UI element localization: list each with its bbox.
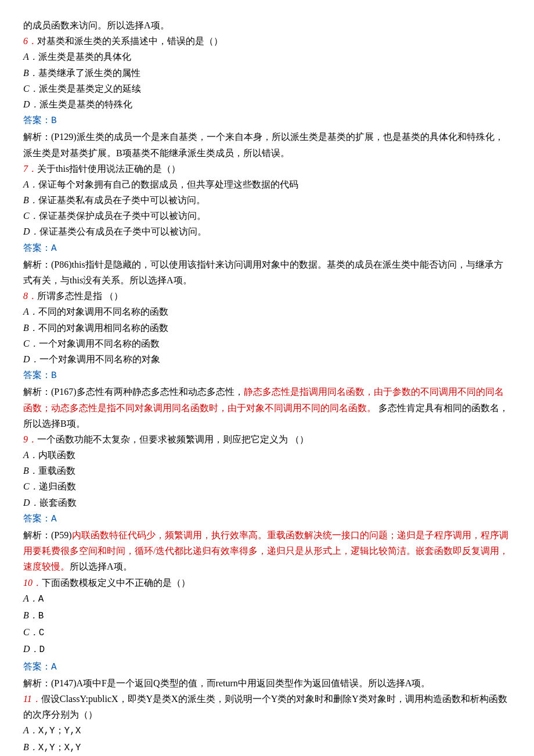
option-letter: B． [23, 323, 38, 333]
q10-option-a: A．A [23, 591, 511, 607]
prev-explanation-tail: 的成员函数来访问。所以选择A项。 [23, 17, 511, 33]
option-text: 内联函数 [38, 450, 75, 460]
option-text: X,Y；X,Y [38, 743, 81, 753]
q8-option-a: A．不同的对象调用不同名称的函数 [23, 304, 511, 319]
q6-option-b: B．基类继承了派生类的属性 [23, 65, 511, 81]
answer-label: 答案： [23, 661, 51, 671]
option-letter: B． [23, 195, 38, 205]
option-letter: D． [23, 354, 39, 364]
option-text: 保证每个对象拥有自己的数据成员，但共享处理这些数据的代码 [38, 179, 298, 189]
q9-stem: 一个函数功能不太复杂，但要求被频繁调用，则应把它定义为 （） [37, 434, 309, 444]
q10-number: 10． [23, 578, 42, 588]
option-text: C [39, 628, 45, 638]
option-text: 派生类是基类定义的延续 [39, 84, 141, 93]
q8-option-b: B．不同的对象调用相同名称的函数 [23, 320, 511, 336]
option-letter: B． [23, 466, 38, 476]
option-letter: A． [23, 307, 38, 316]
answer-label: 答案： [23, 513, 51, 523]
q10-explanation: 解析：(P147)A项中F是一个返回Q类型的值，而return中用返回类型作为返… [23, 675, 511, 691]
option-text: 保证基类私有成员在子类中可以被访问。 [38, 195, 205, 205]
q8-explanation: 解析：(P167)多态性有两种静态多态性和动态多态性，静态多态性是指调用同名函数… [23, 384, 511, 431]
answer-label: 答案： [23, 370, 51, 380]
option-text: D [39, 645, 45, 655]
q6-option-c: C．派生类是基类定义的延续 [23, 81, 511, 96]
q7-option-d: D．保证基类公有成员在子类中可以被访问。 [23, 224, 511, 239]
option-letter: D． [23, 644, 39, 654]
option-letter: C． [23, 481, 39, 491]
option-letter: C． [23, 627, 39, 637]
option-letter: A． [23, 52, 38, 62]
q7-option-a: A．保证每个对象拥有自己的数据成员，但共享处理这些数据的代码 [23, 177, 511, 192]
q10-option-d: D．D [23, 641, 511, 658]
q7-number: 7． [23, 164, 37, 174]
option-text: 不同的对象调用不同名称的函数 [38, 307, 168, 316]
option-text: 一个对象调用不同名称的函数 [39, 339, 160, 348]
option-text: 派生类是基类的特殊化 [39, 99, 132, 109]
q7-option-c: C．保证基类保护成员在子类中可以被访问。 [23, 208, 511, 224]
answer-value: B [51, 370, 57, 381]
q6-option-d: D．派生类是基类的特殊化 [23, 96, 511, 112]
q11-option-a: A．X,Y；Y,X [23, 722, 511, 739]
q6-stem: 对基类和派生类的关系描述中，错误的是（） [37, 36, 223, 46]
option-letter: B． [23, 742, 38, 752]
answer-value: B [51, 116, 57, 126]
q11-option-b: B．X,Y；X,Y [23, 739, 511, 756]
option-text: 不同的对象调用相同名称的函数 [38, 323, 168, 333]
q6-option-a: A．派生类是基类的具体化 [23, 49, 511, 64]
answer-value: A [51, 243, 57, 254]
q9-number: 9． [23, 434, 37, 444]
q8-answer: 答案：B [23, 367, 511, 384]
q9-answer: 答案：A [23, 510, 511, 527]
q7-stem-line: 7．关于this指针使用说法正确的是（） [23, 161, 511, 177]
q6-explanation: 解析：(P129)派生类的成员一个是来自基类，一个来自本身，所以派生类是基类的扩… [23, 129, 511, 160]
q6-stem-line: 6．对基类和派生类的关系描述中，错误的是（） [23, 33, 511, 49]
q8-number: 8． [23, 291, 37, 301]
option-letter: C． [23, 211, 39, 221]
option-text: 重载函数 [38, 466, 75, 476]
answer-label: 答案： [23, 243, 51, 253]
q7-stem: 关于this指针使用说法正确的是（） [37, 164, 181, 174]
option-text: 递归函数 [39, 481, 76, 491]
option-letter: A． [23, 725, 38, 735]
q10-option-b: B．B [23, 607, 511, 624]
option-letter: A． [23, 179, 38, 189]
q9-explanation: 解析：(P59)内联函数特征代码少，频繁调用，执行效率高。重载函数解决统一接口的… [23, 527, 511, 575]
option-letter: C． [23, 84, 39, 93]
q8-option-c: C．一个对象调用不同名称的函数 [23, 336, 511, 351]
option-text: 嵌套函数 [39, 498, 77, 507]
q9-option-c: C．递归函数 [23, 478, 511, 494]
option-letter: A． [23, 450, 38, 460]
q7-answer: 答案：A [23, 240, 511, 257]
option-letter: A． [23, 593, 38, 603]
q11-stem-line: 11．假设ClassY:publicX，即类Y是类X的派生类，则说明一个Y类的对… [23, 691, 511, 722]
q7-explanation: 解析：(P86)this指针是隐藏的，可以使用该指针来访问调用对象中的数据。基类… [23, 257, 511, 288]
option-letter: D． [23, 99, 39, 109]
q6-answer: 答案：B [23, 112, 511, 129]
answer-label: 答案： [23, 115, 51, 125]
q11-number: 11． [23, 694, 41, 704]
exp-pre: 解析：(P167)多态性有两种静态多态性和动态多态性， [23, 387, 244, 397]
option-letter: B． [23, 68, 38, 78]
option-text: A [38, 594, 44, 604]
option-letter: B． [23, 610, 38, 620]
q11-stem: 假设ClassY:publicX，即类Y是类X的派生类，则说明一个Y类的对象时和… [23, 694, 507, 719]
option-text: 基类继承了派生类的属性 [38, 68, 140, 78]
q10-stem-line: 10．下面函数模板定义中不正确的是（） [23, 575, 511, 591]
q6-number: 6． [23, 36, 37, 46]
option-text: X,Y；Y,X [38, 726, 81, 736]
exp-post: 所以选择A项。 [70, 561, 132, 571]
option-letter: D． [23, 498, 39, 507]
q8-option-d: D．一个对象调用不同名称的对象 [23, 351, 511, 367]
q8-stem-line: 8．所谓多态性是指 （） [23, 288, 511, 304]
q8-stem: 所谓多态性是指 （） [37, 291, 123, 301]
answer-value: A [51, 662, 57, 672]
exp-pre: 解析：(P59) [23, 530, 72, 540]
option-letter: C． [23, 339, 39, 348]
q9-option-b: B．重载函数 [23, 463, 511, 478]
option-text: 保证基类保护成员在子类中可以被访问。 [39, 211, 206, 221]
q10-option-c: C．C [23, 624, 511, 641]
answer-value: A [51, 514, 57, 524]
option-text: 一个对象调用不同名称的对象 [39, 354, 160, 364]
q9-option-a: A．内联函数 [23, 447, 511, 463]
q10-stem: 下面函数模板定义中不正确的是（） [42, 578, 190, 588]
